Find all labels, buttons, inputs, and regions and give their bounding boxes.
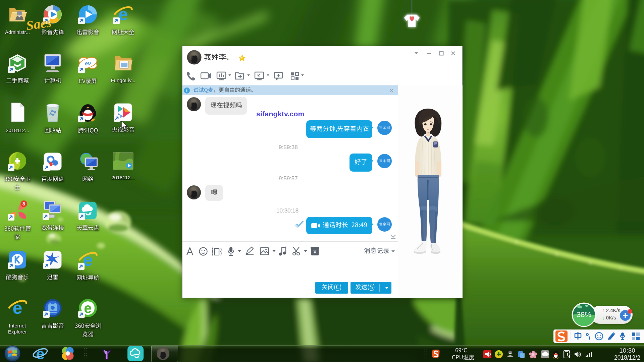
svg-text:ev: ev bbox=[85, 60, 92, 67]
svg-text:8: 8 bbox=[22, 201, 25, 206]
svg-text:38%: 38% bbox=[577, 310, 591, 319]
svg-text:e: e bbox=[84, 300, 92, 316]
